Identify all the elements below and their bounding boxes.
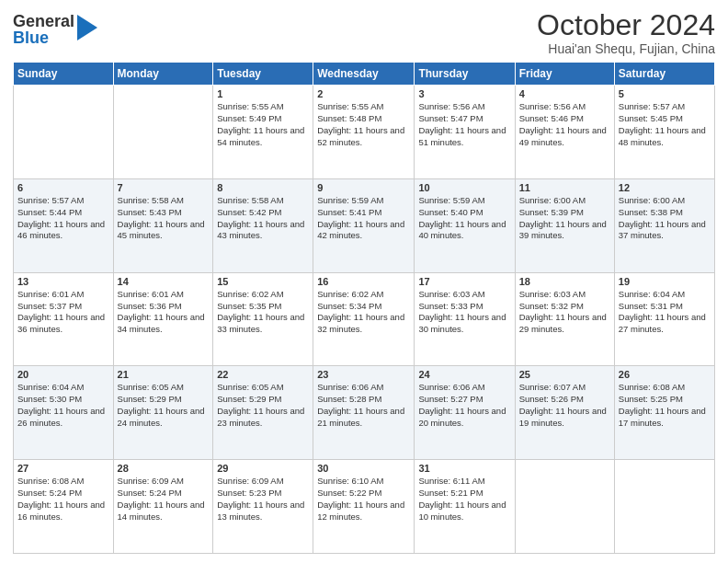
calendar-cell: 25Sunrise: 6:07 AMSunset: 5:26 PMDayligh…: [515, 366, 614, 460]
calendar-cell: 26Sunrise: 6:08 AMSunset: 5:25 PMDayligh…: [614, 366, 714, 460]
cell-info: Sunrise: 6:11 AMSunset: 5:21 PMDaylight:…: [418, 476, 506, 521]
calendar-cell: 11Sunrise: 6:00 AMSunset: 5:39 PMDayligh…: [515, 178, 614, 272]
day-number: 23: [317, 369, 410, 380]
calendar-table: SundayMondayTuesdayWednesdayThursdayFrid…: [13, 62, 715, 554]
header-right: October 2024 Huai'an Shequ, Fujian, Chin…: [537, 9, 715, 56]
cell-info: Sunrise: 6:02 AMSunset: 5:34 PMDaylight:…: [317, 289, 404, 334]
cell-info: Sunrise: 6:03 AMSunset: 5:33 PMDaylight:…: [418, 289, 506, 334]
svg-marker-0: [77, 15, 97, 40]
header: General Blue October 2024 Huai'an Shequ,…: [13, 9, 715, 56]
calendar-page: General Blue October 2024 Huai'an Shequ,…: [0, 0, 728, 563]
day-number: 4: [519, 88, 610, 99]
cell-info: Sunrise: 6:05 AMSunset: 5:29 PMDaylight:…: [118, 382, 205, 427]
day-number: 13: [17, 276, 109, 287]
day-header-friday: Friday: [515, 63, 614, 86]
calendar-week-row: 13Sunrise: 6:01 AMSunset: 5:37 PMDayligh…: [14, 272, 715, 366]
day-number: 26: [619, 369, 711, 380]
calendar-cell: 3Sunrise: 5:56 AMSunset: 5:47 PMDaylight…: [415, 86, 515, 179]
cell-info: Sunrise: 5:59 AMSunset: 5:41 PMDaylight:…: [317, 195, 404, 240]
day-number: 18: [519, 276, 610, 287]
calendar-cell: [14, 86, 114, 179]
logo: General Blue: [13, 13, 97, 46]
day-number: 11: [519, 182, 610, 193]
cell-info: Sunrise: 6:10 AMSunset: 5:22 PMDaylight:…: [317, 476, 404, 521]
cell-info: Sunrise: 6:04 AMSunset: 5:30 PMDaylight:…: [17, 382, 105, 427]
calendar-cell: 20Sunrise: 6:04 AMSunset: 5:30 PMDayligh…: [14, 366, 114, 460]
day-number: 28: [118, 463, 210, 474]
cell-info: Sunrise: 6:04 AMSunset: 5:31 PMDaylight:…: [619, 289, 706, 334]
calendar-cell: 17Sunrise: 6:03 AMSunset: 5:33 PMDayligh…: [415, 272, 515, 366]
cell-info: Sunrise: 6:00 AMSunset: 5:38 PMDaylight:…: [619, 195, 706, 240]
calendar-cell: 12Sunrise: 6:00 AMSunset: 5:38 PMDayligh…: [614, 178, 714, 272]
calendar-cell: 5Sunrise: 5:57 AMSunset: 5:45 PMDaylight…: [614, 86, 714, 179]
calendar-cell: 19Sunrise: 6:04 AMSunset: 5:31 PMDayligh…: [614, 272, 714, 366]
calendar-cell: [515, 460, 614, 554]
day-number: 17: [418, 276, 510, 287]
cell-info: Sunrise: 5:57 AMSunset: 5:44 PMDaylight:…: [17, 195, 105, 240]
cell-info: Sunrise: 6:06 AMSunset: 5:28 PMDaylight:…: [317, 382, 404, 427]
day-number: 22: [217, 369, 309, 380]
calendar-cell: 15Sunrise: 6:02 AMSunset: 5:35 PMDayligh…: [213, 272, 313, 366]
calendar-cell: 22Sunrise: 6:05 AMSunset: 5:29 PMDayligh…: [213, 366, 313, 460]
cell-info: Sunrise: 5:57 AMSunset: 5:45 PMDaylight:…: [619, 101, 706, 146]
cell-info: Sunrise: 5:59 AMSunset: 5:40 PMDaylight:…: [418, 195, 506, 240]
cell-info: Sunrise: 6:09 AMSunset: 5:23 PMDaylight:…: [217, 476, 304, 521]
calendar-cell: 31Sunrise: 6:11 AMSunset: 5:21 PMDayligh…: [415, 460, 515, 554]
day-number: 9: [317, 182, 410, 193]
calendar-cell: 21Sunrise: 6:05 AMSunset: 5:29 PMDayligh…: [113, 366, 213, 460]
day-number: 29: [217, 463, 309, 474]
calendar-cell: 6Sunrise: 5:57 AMSunset: 5:44 PMDaylight…: [14, 178, 114, 272]
calendar-cell: 4Sunrise: 5:56 AMSunset: 5:46 PMDaylight…: [515, 86, 614, 179]
calendar-cell: 8Sunrise: 5:58 AMSunset: 5:42 PMDaylight…: [213, 178, 313, 272]
calendar-cell: [614, 460, 714, 554]
day-number: 24: [418, 369, 510, 380]
day-number: 31: [418, 463, 510, 474]
cell-info: Sunrise: 6:09 AMSunset: 5:24 PMDaylight:…: [118, 476, 205, 521]
day-number: 21: [118, 369, 210, 380]
cell-info: Sunrise: 5:58 AMSunset: 5:42 PMDaylight:…: [217, 195, 304, 240]
calendar-cell: 2Sunrise: 5:55 AMSunset: 5:48 PMDaylight…: [313, 86, 415, 179]
day-header-wednesday: Wednesday: [313, 63, 415, 86]
calendar-cell: 23Sunrise: 6:06 AMSunset: 5:28 PMDayligh…: [313, 366, 415, 460]
day-number: 3: [418, 88, 510, 99]
day-number: 14: [118, 276, 210, 287]
cell-info: Sunrise: 6:02 AMSunset: 5:35 PMDaylight:…: [217, 289, 304, 334]
calendar-cell: 9Sunrise: 5:59 AMSunset: 5:41 PMDaylight…: [313, 178, 415, 272]
calendar-week-row: 20Sunrise: 6:04 AMSunset: 5:30 PMDayligh…: [14, 366, 715, 460]
logo-text: General Blue: [13, 13, 74, 46]
calendar-cell: 1Sunrise: 5:55 AMSunset: 5:49 PMDaylight…: [213, 86, 313, 179]
day-number: 10: [418, 182, 510, 193]
calendar-cell: 29Sunrise: 6:09 AMSunset: 5:23 PMDayligh…: [213, 460, 313, 554]
cell-info: Sunrise: 6:01 AMSunset: 5:37 PMDaylight:…: [17, 289, 105, 334]
cell-info: Sunrise: 5:58 AMSunset: 5:43 PMDaylight:…: [118, 195, 205, 240]
day-number: 2: [317, 88, 410, 99]
calendar-cell: [113, 86, 213, 179]
cell-info: Sunrise: 6:00 AMSunset: 5:39 PMDaylight:…: [519, 195, 607, 240]
calendar-cell: 18Sunrise: 6:03 AMSunset: 5:32 PMDayligh…: [515, 272, 614, 366]
cell-info: Sunrise: 5:56 AMSunset: 5:46 PMDaylight:…: [519, 101, 607, 146]
day-header-monday: Monday: [113, 63, 213, 86]
calendar-week-row: 27Sunrise: 6:08 AMSunset: 5:24 PMDayligh…: [14, 460, 715, 554]
day-number: 12: [619, 182, 711, 193]
cell-info: Sunrise: 5:55 AMSunset: 5:48 PMDaylight:…: [317, 101, 404, 146]
logo-blue: Blue: [13, 29, 49, 47]
calendar-cell: 10Sunrise: 5:59 AMSunset: 5:40 PMDayligh…: [415, 178, 515, 272]
cell-info: Sunrise: 5:55 AMSunset: 5:49 PMDaylight:…: [217, 101, 304, 146]
day-number: 25: [519, 369, 610, 380]
day-number: 19: [619, 276, 711, 287]
calendar-cell: 30Sunrise: 6:10 AMSunset: 5:22 PMDayligh…: [313, 460, 415, 554]
location: Huai'an Shequ, Fujian, China: [537, 41, 715, 56]
day-number: 30: [317, 463, 410, 474]
cell-info: Sunrise: 5:56 AMSunset: 5:47 PMDaylight:…: [418, 101, 506, 146]
calendar-cell: 7Sunrise: 5:58 AMSunset: 5:43 PMDaylight…: [113, 178, 213, 272]
cell-info: Sunrise: 6:03 AMSunset: 5:32 PMDaylight:…: [519, 289, 607, 334]
calendar-header-row: SundayMondayTuesdayWednesdayThursdayFrid…: [14, 63, 715, 86]
logo-general: General: [13, 12, 74, 30]
day-number: 16: [317, 276, 410, 287]
day-number: 27: [17, 463, 109, 474]
day-number: 6: [17, 182, 109, 193]
day-number: 20: [17, 369, 109, 380]
calendar-cell: 16Sunrise: 6:02 AMSunset: 5:34 PMDayligh…: [313, 272, 415, 366]
calendar-week-row: 6Sunrise: 5:57 AMSunset: 5:44 PMDaylight…: [14, 178, 715, 272]
calendar-cell: 28Sunrise: 6:09 AMSunset: 5:24 PMDayligh…: [113, 460, 213, 554]
